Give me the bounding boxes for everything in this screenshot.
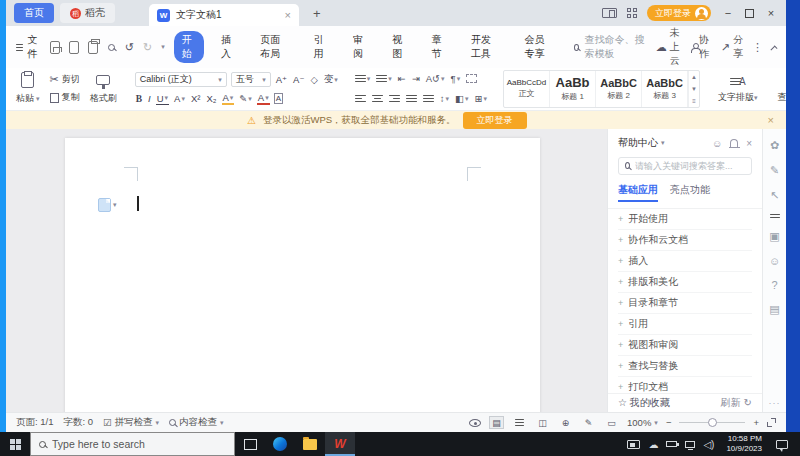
close-window-button[interactable]: × — [764, 7, 778, 19]
tab-page-layout[interactable]: 页面布局 — [252, 31, 297, 63]
clock[interactable]: 10:58 PM 10/9/2023 — [722, 434, 766, 454]
align-left-icon[interactable] — [355, 95, 366, 102]
more-tools-icon[interactable]: ··· — [769, 398, 781, 408]
zoom-slider[interactable] — [679, 422, 745, 423]
cloud-status[interactable]: ☁未上云 — [656, 26, 682, 68]
collaborate-button[interactable]: 协作 — [691, 33, 712, 61]
notice-close-icon[interactable]: × — [768, 114, 774, 126]
bold-icon[interactable]: B — [135, 94, 143, 104]
justify-icon[interactable] — [406, 95, 417, 102]
fullscreen-icon[interactable] — [767, 418, 776, 427]
frame-icon[interactable] — [466, 74, 477, 83]
network-icon[interactable] — [685, 441, 695, 448]
help-topic[interactable]: +打印文档 — [618, 377, 752, 393]
scroll-down-icon[interactable]: ▼ — [691, 86, 697, 92]
news-widget-icon[interactable] — [627, 440, 640, 449]
tab-review[interactable]: 审阅 — [345, 31, 375, 63]
tab-view[interactable]: 视图 — [384, 31, 414, 63]
find-replace-button[interactable]: 查找替换▾ — [776, 70, 786, 107]
shading-icon[interactable]: ◧▾ — [455, 93, 469, 104]
grow-font-button[interactable]: A⁺ — [275, 74, 288, 85]
command-search[interactable]: 查找命令、搜索模板 — [574, 33, 647, 61]
tab-dev-tools[interactable]: 开发工具 — [463, 31, 508, 63]
help-topic[interactable]: +引用 — [618, 314, 752, 335]
style-normal[interactable]: AaBbCcDd 正文 — [504, 71, 550, 107]
document-area[interactable]: ▾ — [6, 129, 607, 412]
decrease-indent-icon[interactable]: ⇤ — [398, 73, 406, 84]
eye-protect-icon[interactable] — [469, 419, 481, 427]
scroll-up-icon[interactable]: ▲ — [691, 74, 697, 80]
zoom-out-icon[interactable]: − — [666, 417, 672, 428]
tab-member[interactable]: 会员专享 — [516, 31, 561, 63]
favorites-button[interactable]: ☆ 我的收藏 — [618, 396, 670, 410]
redo-icon[interactable]: ↻ — [143, 42, 152, 53]
tab-layout-icon[interactable] — [602, 8, 617, 18]
ink-view-icon[interactable]: ✎ — [581, 416, 596, 429]
page-indicator[interactable]: 页面: 1/1 — [16, 416, 54, 429]
help-icon[interactable]: ? — [771, 279, 777, 291]
feedback-smiley-icon[interactable]: ☺ — [712, 138, 722, 149]
page-view-icon[interactable]: ▤ — [489, 416, 504, 429]
fit-page-icon[interactable]: ▭ — [604, 416, 619, 429]
zoom-in-icon[interactable]: + — [753, 417, 759, 428]
paragraph-mark-icon[interactable]: ¶▾ — [451, 73, 461, 84]
help-topic[interactable]: +视图和审阅 — [618, 335, 752, 356]
help-panel-title[interactable]: 帮助中心 — [618, 136, 658, 150]
battery-icon[interactable] — [666, 441, 677, 447]
help-tab-basic[interactable]: 基础应用 — [618, 183, 658, 202]
text-effect-icon[interactable]: 变▾ — [323, 73, 339, 86]
find-icon[interactable] — [107, 41, 116, 54]
styles-more-icon[interactable]: ≡ — [692, 98, 696, 104]
tab-section[interactable]: 章节 — [424, 31, 454, 63]
borders-icon[interactable]: ⊞▾ — [475, 93, 487, 104]
font-size-select[interactable]: 五号▾ — [231, 72, 271, 87]
taskbar-search-input[interactable] — [52, 438, 202, 450]
doc-assistant-button[interactable]: ▾ — [98, 198, 117, 212]
collapse-ribbon-icon[interactable] — [771, 45, 778, 52]
text-direction-icon[interactable]: A↺▾ — [426, 73, 445, 84]
help-topic[interactable]: +协作和云文档 — [618, 230, 752, 251]
help-topic[interactable]: +查找与替换 — [618, 356, 752, 377]
styles-scroll[interactable]: ▲▼≡ — [688, 71, 699, 107]
cut-button[interactable]: ✂剪切 — [50, 73, 80, 86]
format-painter-button[interactable]: 格式刷 — [88, 70, 119, 107]
align-center-icon[interactable] — [372, 95, 383, 102]
task-view-button[interactable] — [235, 432, 265, 456]
select-pointer-icon[interactable]: ↖ — [770, 189, 779, 202]
quickbar-caret-icon[interactable]: ▾ — [161, 43, 165, 51]
tab-start[interactable]: 开始 — [174, 31, 204, 63]
distribute-icon[interactable] — [423, 95, 434, 102]
image-tool-icon[interactable]: ▣ — [769, 230, 779, 243]
strikethrough-icon[interactable]: A▾ — [173, 93, 186, 104]
help-topic[interactable]: +目录和章节 — [618, 293, 752, 314]
style-heading1[interactable]: AaBb 标题 1 — [550, 71, 596, 107]
underline-icon[interactable]: U▾ — [156, 93, 169, 105]
subscript-icon[interactable]: X₂ — [205, 93, 217, 104]
outline-view-icon[interactable] — [512, 416, 527, 429]
tab-references[interactable]: 引用 — [306, 31, 336, 63]
notebook-icon[interactable]: ▤ — [769, 303, 779, 316]
highlight-color-icon[interactable]: A▾ — [222, 92, 235, 105]
read-view-icon[interactable]: ◫ — [535, 416, 550, 429]
bell-icon[interactable] — [730, 139, 738, 147]
close-tab-icon[interactable]: × — [285, 9, 291, 21]
pen-color-icon[interactable]: ✎▾ — [238, 93, 252, 104]
share-button[interactable]: ↗分享 — [721, 33, 743, 61]
help-topic[interactable]: +排版和美化 — [618, 272, 752, 293]
tab-home[interactable]: 首页 — [14, 3, 54, 23]
help-tab-highlight[interactable]: 亮点功能 — [670, 183, 710, 202]
spell-check-button[interactable]: ☑拼写检查▾ — [103, 416, 159, 429]
bullet-list-icon[interactable]: ▾ — [355, 75, 371, 83]
file-explorer-button[interactable] — [295, 432, 325, 456]
skin-icon[interactable]: ✿ — [770, 139, 779, 152]
action-center-icon[interactable] — [776, 440, 788, 449]
undo-icon[interactable]: ↺ — [125, 42, 134, 53]
help-topic[interactable]: +开始使用 — [618, 209, 752, 230]
print-icon[interactable] — [88, 41, 98, 54]
superscript-icon[interactable]: X² — [190, 93, 202, 104]
paste-button[interactable]: 粘贴▾ — [14, 70, 42, 107]
wps-app-button[interactable]: W — [325, 432, 355, 456]
new-tab-button[interactable]: + — [313, 6, 321, 21]
shrink-font-button[interactable]: A⁻ — [292, 74, 305, 85]
zoom-level[interactable]: 100%▾ — [627, 417, 658, 428]
